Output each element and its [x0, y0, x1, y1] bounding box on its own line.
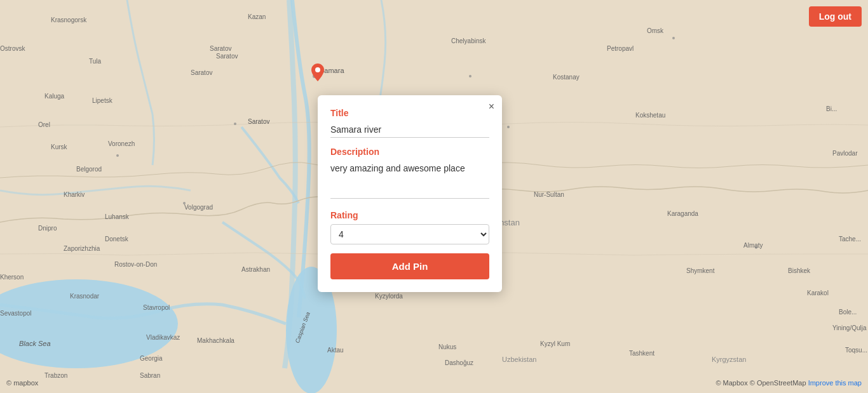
- title-label: Title: [330, 108, 489, 118]
- svg-text:Shymkent: Shymkent: [686, 267, 715, 274]
- svg-point-8: [507, 126, 510, 128]
- svg-text:Uzbekistan: Uzbekistan: [502, 356, 536, 363]
- svg-text:Bi...: Bi...: [826, 105, 837, 112]
- svg-text:Vladikavkaz: Vladikavkaz: [146, 334, 180, 341]
- svg-text:Saratov: Saratov: [248, 118, 269, 125]
- svg-text:Saratov: Saratov: [216, 53, 238, 60]
- svg-text:Karakol: Karakol: [807, 290, 829, 296]
- svg-text:Tashkent: Tashkent: [629, 350, 654, 357]
- svg-text:Sevastopol: Sevastopol: [0, 310, 31, 317]
- svg-text:Tula: Tula: [89, 58, 102, 65]
- svg-text:Almaty: Almaty: [743, 242, 763, 249]
- svg-text:Bishkek: Bishkek: [788, 267, 811, 274]
- svg-text:Kokshetau: Kokshetau: [635, 112, 665, 119]
- svg-text:Saratov: Saratov: [210, 45, 231, 52]
- svg-text:Lipetsk: Lipetsk: [92, 97, 113, 104]
- svg-text:Belgorod: Belgorod: [76, 166, 102, 173]
- svg-text:Nur-Sultan: Nur-Sultan: [534, 191, 564, 198]
- svg-text:Trabzon: Trabzon: [44, 372, 67, 379]
- svg-point-9: [672, 37, 675, 39]
- svg-text:Yining/Qulja: Yining/Qulja: [832, 324, 867, 331]
- svg-text:Kyrgyzstan: Kyrgyzstan: [712, 356, 746, 363]
- svg-text:Bole...: Bole...: [839, 309, 857, 316]
- title-input[interactable]: [330, 122, 489, 138]
- svg-text:Stavropol: Stavropol: [143, 304, 170, 311]
- svg-text:Kyzylorda: Kyzylorda: [375, 293, 403, 300]
- svg-text:Kazan: Kazan: [248, 13, 266, 20]
- svg-text:Kharkiv: Kharkiv: [64, 191, 85, 198]
- svg-text:Omsk: Omsk: [647, 27, 664, 34]
- svg-point-6: [116, 154, 119, 157]
- svg-text:Luhansk: Luhansk: [105, 213, 130, 220]
- svg-text:Kherson: Kherson: [0, 274, 24, 281]
- svg-text:Sabran: Sabran: [140, 372, 160, 379]
- svg-text:Donetsk: Donetsk: [105, 236, 129, 243]
- svg-text:Rostov-on-Don: Rostov-on-Don: [114, 261, 157, 268]
- svg-text:Dashoğuz: Dashoğuz: [445, 359, 473, 366]
- popup-close-button[interactable]: ×: [489, 102, 494, 112]
- svg-text:Astrakhan: Astrakhan: [241, 266, 270, 273]
- improve-map-link[interactable]: Improve this map: [808, 379, 862, 387]
- map-attribution: © Mapbox © OpenStreetMap Improve this ma…: [715, 379, 862, 387]
- add-pin-popup: × Title Description Rating 1 2 3 4 5 Add…: [318, 95, 502, 292]
- svg-text:Georgia: Georgia: [140, 355, 163, 362]
- map-container: Krasnogorsk Kazan Samara Chelyabinsk Oms…: [0, 0, 868, 393]
- svg-text:Kostanay: Kostanay: [553, 74, 580, 81]
- svg-text:Chelyabinsk: Chelyabinsk: [451, 37, 486, 44]
- map-pin: [311, 63, 324, 81]
- svg-text:Petropavl: Petropavl: [607, 45, 634, 52]
- svg-text:Tache...: Tache...: [839, 236, 861, 243]
- rating-label: Rating: [330, 210, 489, 220]
- svg-text:Zaporizhzhia: Zaporizhzhia: [64, 245, 100, 252]
- svg-text:Kyzyl Kum: Kyzyl Kum: [540, 340, 570, 347]
- svg-text:Kursk: Kursk: [51, 143, 68, 150]
- svg-text:Ostrovsk: Ostrovsk: [0, 45, 25, 52]
- svg-text:Krasnogorsk: Krasnogorsk: [51, 17, 87, 23]
- rating-select[interactable]: 1 2 3 4 5: [330, 224, 489, 244]
- svg-point-71: [315, 67, 320, 72]
- svg-text:Kaluga: Kaluga: [44, 93, 65, 100]
- svg-text:Orel: Orel: [38, 121, 50, 128]
- svg-text:Voronezh: Voronezh: [108, 140, 135, 147]
- svg-text:Aktau: Aktau: [327, 347, 344, 354]
- svg-text:Volgograd: Volgograd: [184, 204, 213, 211]
- svg-text:Dnipro: Dnipro: [38, 225, 57, 232]
- mapbox-logo: © mapbox: [6, 379, 38, 387]
- add-pin-button[interactable]: Add Pin: [330, 253, 489, 279]
- svg-text:Makhachkala: Makhachkala: [197, 337, 234, 344]
- svg-text:Pavlodar: Pavlodar: [832, 150, 858, 157]
- logout-button[interactable]: Log out: [809, 6, 862, 27]
- svg-point-7: [469, 75, 471, 77]
- description-textarea[interactable]: [330, 161, 489, 199]
- svg-point-4: [234, 123, 236, 125]
- svg-text:Krasnodar: Krasnodar: [70, 293, 100, 300]
- svg-text:Toqsu...: Toqsu...: [845, 347, 867, 354]
- svg-text:Saratov: Saratov: [191, 69, 212, 76]
- svg-text:Karaganda: Karaganda: [667, 210, 698, 217]
- svg-text:Nukus: Nukus: [438, 343, 456, 350]
- svg-text:Black Sea: Black Sea: [19, 340, 51, 347]
- description-label: Description: [330, 147, 489, 157]
